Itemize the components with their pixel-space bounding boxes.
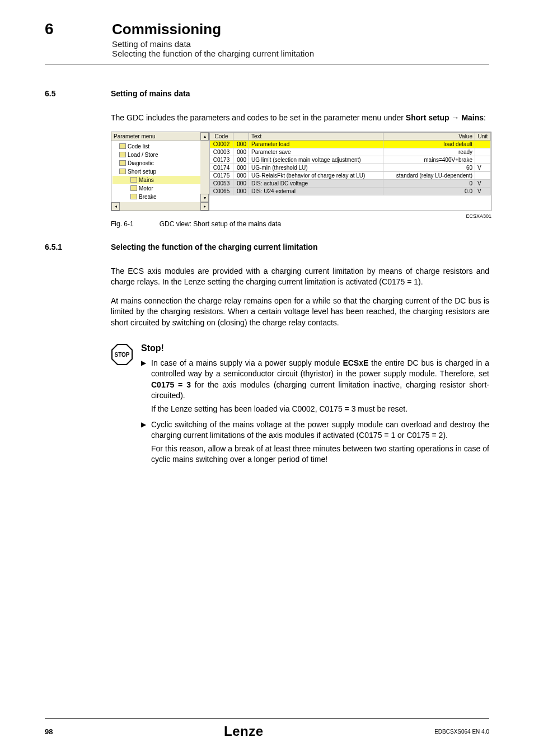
- chapter-number: 6: [45, 20, 56, 38]
- cell-code: C0065: [210, 187, 233, 195]
- col-code[interactable]: Code: [210, 132, 233, 140]
- cell-code: C0173: [210, 156, 233, 164]
- col-sub[interactable]: [233, 132, 249, 140]
- cell-value: 60: [383, 164, 475, 171]
- document-id: EDBCSXS064 EN 4.0: [434, 729, 489, 735]
- section-6-5: 6.5 Setting of mains data The GDC includ…: [45, 89, 489, 228]
- col-value[interactable]: Value: [383, 132, 475, 140]
- page-footer: 98 Lenze EDBCSXS064 EN 4.0: [45, 718, 489, 739]
- tree-hscroll[interactable]: ◂ ▸: [111, 202, 209, 211]
- table-row[interactable]: C0002000Parameter loadload default: [210, 140, 491, 148]
- parameter-table[interactable]: Code Text Value Unit C0002000Parameter l…: [209, 132, 491, 211]
- cell-code: C0053: [210, 179, 233, 187]
- tree-header: Parameter menu: [111, 132, 209, 141]
- bullet-continuation: If the Lenze setting has been loaded via…: [151, 404, 489, 415]
- cell-text: DIS: actual DC voltage: [249, 179, 383, 187]
- folder-icon: [130, 185, 137, 191]
- scroll-right-icon[interactable]: ▸: [200, 202, 209, 211]
- triangle-bullet-icon: ▶: [141, 358, 148, 402]
- table-row[interactable]: C0003000Parameter saveready: [210, 148, 491, 156]
- col-unit[interactable]: Unit: [475, 132, 491, 140]
- tree-item-shortsetup[interactable]: Short setup: [113, 167, 208, 176]
- cell-text: Parameter save: [249, 148, 383, 156]
- intro-tail: :: [484, 113, 486, 122]
- cell-value: mains=400V+brake: [383, 156, 475, 164]
- tree-item-mains[interactable]: Mains: [113, 176, 208, 184]
- svg-text:STOP: STOP: [114, 352, 129, 358]
- cell-unit: [475, 148, 491, 156]
- tree-item-diagnostic[interactable]: Diagnostic: [113, 159, 208, 167]
- cell-value: load default: [383, 140, 475, 148]
- tree-item-loadstore[interactable]: Load / Store: [113, 151, 208, 159]
- cell-text: UG limit (selection main voltage adjustm…: [249, 156, 383, 164]
- section-intro: The GDC includes the parameters and code…: [111, 113, 489, 124]
- paragraph: At mains connection the charge relay rem…: [111, 296, 489, 329]
- text-bold: ECSxE: [343, 358, 368, 367]
- section-6-5-1: 6.5.1 Selecting the function of the char…: [45, 242, 489, 470]
- table-row[interactable]: C0053000DIS: actual DC voltage0V: [210, 179, 491, 187]
- cell-sub: 000: [233, 171, 249, 179]
- text: for the axis modules (charging current l…: [151, 380, 489, 400]
- cell-sub: 000: [233, 148, 249, 156]
- stop-icon: STOP: [111, 343, 133, 366]
- section-title: Setting of mains data: [111, 89, 190, 98]
- tree-label: Load / Store: [128, 152, 158, 158]
- cell-sub: 000: [233, 156, 249, 164]
- tree-item-motor[interactable]: Motor: [113, 184, 208, 193]
- cell-text: UG-RelaisFkt (behavior of charge relay a…: [249, 171, 383, 179]
- cell-sub: 000: [233, 140, 249, 148]
- intro-bold: Short setup → Mains: [406, 113, 484, 122]
- tree-label: Code list: [128, 143, 149, 150]
- page-number: 98: [45, 727, 53, 736]
- table-row[interactable]: C0173000UG limit (selection main voltage…: [210, 156, 491, 164]
- table-row[interactable]: C0175000UG-RelaisFkt (behavior of charge…: [210, 171, 491, 179]
- scroll-left-icon[interactable]: ◂: [111, 202, 120, 211]
- cell-sub: 000: [233, 179, 249, 187]
- col-text[interactable]: Text: [249, 132, 383, 140]
- tree-item-codelist[interactable]: Code list: [113, 142, 208, 151]
- table-row[interactable]: C0065000DIS: U24 external0.0V: [210, 187, 491, 195]
- tree-label: Motor: [139, 185, 153, 192]
- bullet-item: ▶ In case of a mains supply via a power …: [141, 358, 489, 402]
- cell-code: C0174: [210, 164, 233, 171]
- cell-unit: [475, 156, 491, 164]
- chapter-title: Commissioning: [112, 21, 489, 38]
- intro-text: The GDC includes the parameters and code…: [111, 113, 406, 122]
- folder-icon: [130, 194, 137, 199]
- cell-sub: 000: [233, 187, 249, 195]
- figure-caption: Fig. 6-1 GDC view: Short setup of the ma…: [111, 220, 491, 228]
- tree-label: Short setup: [128, 169, 156, 175]
- chapter-block: Commissioning Setting of mains data Sele…: [112, 21, 489, 58]
- figure-number: Fig. 6-1: [111, 220, 134, 228]
- cell-code: C0002: [210, 140, 233, 148]
- tree-label: Breake: [139, 194, 157, 200]
- cell-text: Parameter load: [249, 140, 383, 148]
- triangle-bullet-icon: ▶: [141, 419, 148, 441]
- cell-value: ready: [383, 148, 475, 156]
- figure-caption-text: GDC view: Short setup of the mains data: [160, 220, 281, 228]
- section-number: 6.5: [45, 89, 78, 98]
- brand-logo: Lenze: [224, 724, 264, 739]
- table-row[interactable]: C0174000UG-min (threshold LU)60V: [210, 164, 491, 171]
- cell-unit: V: [475, 164, 491, 171]
- chapter-subtitle-2: Selecting the function of the charging c…: [112, 49, 489, 58]
- cell-unit: [475, 140, 491, 148]
- cell-value: standard (relay LU-dependent): [383, 171, 475, 179]
- bullet-item: ▶ Cyclic switching of the mains voltage …: [141, 419, 489, 441]
- stop-block: STOP Stop! ▶ In case of a mains supply v…: [111, 343, 489, 470]
- cell-code: C0175: [210, 171, 233, 179]
- gdc-screenshot: Parameter menu Code list Load / Store Di…: [111, 132, 491, 228]
- scroll-down-icon[interactable]: ▾: [200, 194, 209, 202]
- tree-vscroll[interactable]: ▴ ▾: [200, 132, 209, 202]
- folder-icon: [119, 160, 126, 166]
- cell-text: UG-min (threshold LU): [249, 164, 383, 171]
- cell-unit: V: [475, 179, 491, 187]
- header-rule: [45, 64, 489, 64]
- folder-icon: [119, 152, 126, 157]
- parameter-tree[interactable]: Parameter menu Code list Load / Store Di…: [111, 132, 209, 211]
- cell-code: C0003: [210, 148, 233, 156]
- cell-unit: V: [475, 187, 491, 195]
- tree-label: Mains: [139, 177, 154, 183]
- tree-item-breake[interactable]: Breake: [113, 193, 208, 201]
- scroll-up-icon[interactable]: ▴: [200, 132, 209, 141]
